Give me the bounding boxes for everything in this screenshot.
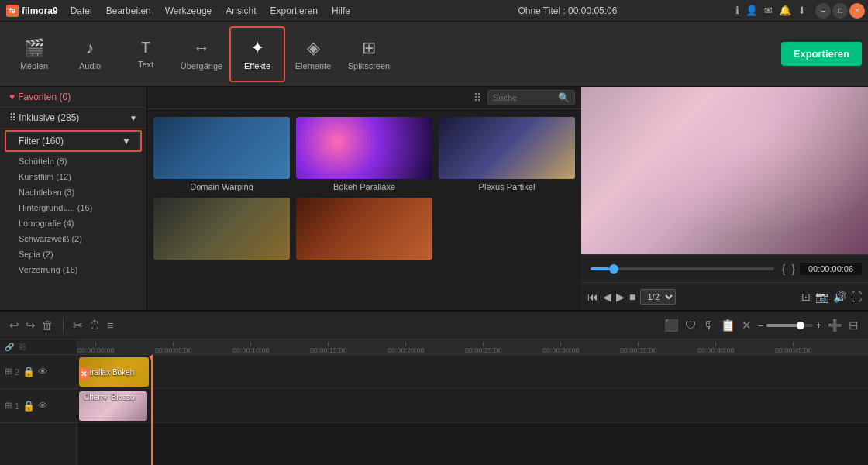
sidebar-child-hintergrund[interactable]: Hintergrundu... (16)	[0, 200, 146, 215]
info-icon[interactable]: ℹ	[735, 5, 739, 16]
sidebar-child-kunstfilm[interactable]: Kunstfilm (12)	[0, 169, 146, 184]
speed-select[interactable]: 1/2 1/1 2x	[640, 289, 676, 305]
timing-button[interactable]: ⏱	[89, 319, 101, 332]
tool-splitscreen[interactable]: ⊞ Splitscreen	[341, 26, 397, 82]
track-label-1: 1	[15, 401, 19, 411]
sidebar-child-schuetteln[interactable]: Schütteln (8)	[0, 153, 146, 169]
clipboard-button[interactable]: 📋	[721, 319, 735, 332]
track-header-2: ⊞ 2 🔒 👁	[0, 355, 77, 389]
expand-button[interactable]: ⊟	[849, 319, 859, 332]
clip-cherry-blossom[interactable]: Cherry_Blosso	[79, 391, 147, 421]
step-back-button[interactable]: ⏮	[587, 291, 598, 303]
filter-header[interactable]: Filter (160) ▼	[5, 130, 142, 152]
sidebar-child-nachtleben[interactable]: Nachtleben (3)	[0, 184, 146, 200]
timeline-toolbar: ↩ ↪ 🗑 ✂ ⏱ ≡ ⬛ 🛡 🎙 📋 ✕ – + ➕ ⊟	[0, 312, 868, 339]
effect-thumb-domain	[153, 117, 290, 179]
stop-button[interactable]: ■	[629, 291, 636, 303]
download-icon[interactable]: ⬇	[797, 5, 806, 16]
app-name: filmora9	[22, 5, 58, 16]
maximize-button[interactable]: □	[832, 3, 848, 19]
track-eye-icon-1[interactable]: 👁	[38, 400, 48, 412]
tool-text[interactable]: T Text	[118, 26, 174, 82]
search-input[interactable]	[493, 93, 555, 102]
play-button[interactable]: ▶	[616, 291, 625, 303]
effect-bokeh-parallax[interactable]: Bokeh Parallaxe	[296, 117, 432, 191]
favorites-row[interactable]: ♥ Favoriten (0)	[0, 87, 146, 108]
menu-werkzeuge[interactable]: Werkzeuge	[159, 2, 218, 19]
undo-button[interactable]: ↩	[9, 319, 19, 332]
track-num-2: ⊞	[5, 367, 12, 377]
notification-icon[interactable]: 🔔	[779, 5, 791, 16]
mail-icon[interactable]: ✉	[764, 5, 773, 16]
add-track-button[interactable]: ➕	[828, 319, 842, 332]
filter-label: Filter (160)	[19, 136, 64, 146]
effect-warmth[interactable]	[296, 198, 432, 263]
tool-effekte-label: Effekte	[244, 61, 270, 71]
link-icon[interactable]: 🔗	[5, 343, 14, 351]
effect-thumb-bokeh	[296, 117, 432, 179]
export-button[interactable]: Exportieren	[781, 42, 862, 66]
sidebar-child-lomografie[interactable]: Lomografie (4)	[0, 215, 146, 231]
redo-button[interactable]: ↪	[26, 319, 36, 332]
window-icons: ℹ 👤 ✉ 🔔 ⬇	[735, 5, 815, 16]
track-eye-icon[interactable]: 👁	[38, 366, 48, 377]
effect-scale[interactable]	[153, 198, 290, 263]
window-title: Ohne Titel : 00:00:05:06	[400, 5, 735, 16]
menu-button[interactable]: ≡	[107, 319, 114, 332]
zoom-plus-icon[interactable]: +	[816, 320, 822, 331]
filter-collapse-icon: ▼	[122, 136, 131, 146]
menu-ansicht[interactable]: Ansicht	[219, 2, 262, 19]
effect-thumb-plexus	[439, 117, 575, 179]
tool-effekte[interactable]: ✦ Effekte	[229, 26, 285, 82]
bracket-right[interactable]: }	[790, 263, 797, 275]
preview-panel: { } 00:00:00:06 ⏮ ◀ ▶ ■ 1/2 1/1 2x ⊡ 📷 🔊…	[581, 87, 868, 310]
delete-button[interactable]: 🗑	[42, 319, 53, 332]
sidebar-child-sepia[interactable]: Sepia (2)	[0, 246, 146, 262]
record-button[interactable]: ⬛	[664, 319, 679, 332]
mic-button[interactable]: 🎙	[703, 319, 715, 332]
play-back-button[interactable]: ◀	[603, 291, 611, 303]
medien-icon: 🎬	[24, 38, 45, 58]
minimize-button[interactable]: –	[815, 3, 831, 19]
track-lock-icon-1[interactable]: 🔒	[22, 400, 35, 412]
chain-icon[interactable]: ⛓	[19, 343, 26, 351]
screenshot-button[interactable]: 📷	[815, 291, 828, 303]
volume-button[interactable]: 🔊	[833, 291, 846, 303]
menu-bearbeiten[interactable]: Bearbeiten	[100, 2, 157, 19]
heart-icon: ♥	[9, 91, 15, 102]
elemente-icon: ◈	[307, 38, 320, 58]
timeline-ruler[interactable]: 00:00:00:00 00:00:05:00 00:00:10:00 00:0…	[78, 339, 868, 355]
account-icon[interactable]: 👤	[746, 5, 758, 16]
menu-hilfe[interactable]: Hilfe	[326, 2, 356, 19]
menu-exportieren[interactable]: Exportieren	[264, 2, 324, 19]
track-lock-icon[interactable]: 🔒	[22, 366, 35, 377]
tool-elemente[interactable]: ◈ Elemente	[285, 26, 341, 82]
bracket-left[interactable]: {	[780, 263, 787, 275]
collapse-icon-inklusive: ▼	[129, 114, 137, 122]
preview-track[interactable]	[591, 267, 774, 270]
ruler-mark-5: 00:00:25:00	[465, 342, 502, 354]
zoom-track[interactable]	[766, 324, 813, 327]
sidebar-child-schwarzweiss[interactable]: Schwarzweiß (2)	[0, 231, 146, 246]
remove-button[interactable]: ✕	[742, 319, 752, 332]
tool-medien[interactable]: 🎬 Medien	[6, 26, 62, 82]
fullscreen-button[interactable]: ⛶	[851, 291, 862, 303]
preview-knob[interactable]	[609, 264, 618, 274]
shield-button[interactable]: 🛡	[685, 319, 697, 332]
timeline-track-headers: 🔗 ⛓ ⊞ 2 🔒 👁 ⊞ 1 🔒 👁	[0, 339, 78, 465]
effect-plexus-partikel[interactable]: Plexus Partikel	[439, 117, 575, 191]
sidebar-child-verzerrung[interactable]: Verzerrung (18)	[0, 262, 146, 277]
layout-button[interactable]: ⊡	[801, 291, 811, 303]
effect-domain-warping[interactable]: Domain Warping	[153, 117, 290, 191]
zoom-minus-icon[interactable]: –	[758, 320, 763, 331]
ruler-mark-4: 00:00:20:00	[388, 342, 425, 354]
group-header-inklusive[interactable]: ⠿ Inklusive (285) ▼	[0, 108, 146, 129]
menu-datei[interactable]: Datei	[64, 2, 98, 19]
grid-options-icon[interactable]: ⠿	[474, 91, 481, 104]
clip-parallax-bokeh[interactable]: ✕ Parallax Bokeh	[79, 357, 149, 387]
close-button[interactable]: ✕	[849, 3, 865, 19]
tool-uebergaenge[interactable]: ↔ Übergänge	[174, 26, 229, 82]
remove-clip-badge[interactable]: ✕	[79, 367, 90, 380]
cut-button[interactable]: ✂	[73, 319, 83, 332]
tool-audio[interactable]: ♪ Audio	[62, 26, 118, 82]
